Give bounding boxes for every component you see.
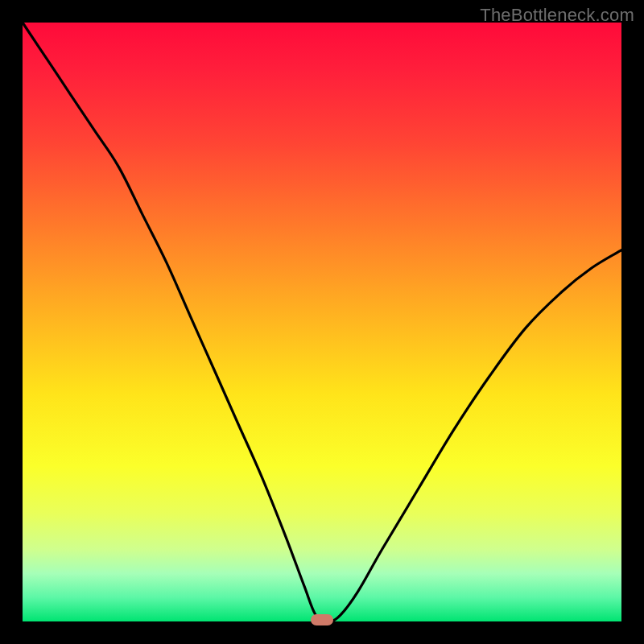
minimum-marker — [311, 614, 333, 625]
chart-frame: TheBottleneck.com — [0, 0, 644, 644]
watermark-text: TheBottleneck.com — [480, 5, 634, 26]
plot-area — [23, 23, 621, 621]
bottleneck-curve — [23, 23, 621, 621]
